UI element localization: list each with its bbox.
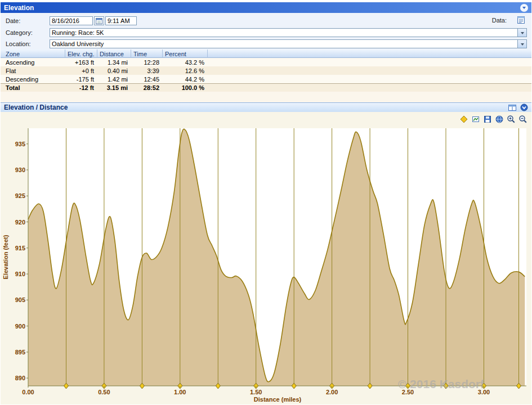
marker-diamond-icon[interactable] [459, 114, 469, 124]
svg-text:© 2016 Kasdorf: © 2016 Kasdorf [398, 377, 485, 390]
panel-collapse-icon[interactable] [520, 4, 528, 12]
data-notes-icon[interactable] [517, 16, 526, 25]
svg-text:905: 905 [15, 296, 25, 303]
cell-distance: 1.34 mi [97, 59, 131, 66]
column-header-zone[interactable]: Zone [1, 50, 65, 58]
activity-form: Date: Data: Category: Running: Race: 5K [1, 13, 531, 50]
panel-header: Elevation [1, 2, 531, 13]
category-select[interactable]: Running: Race: 5K [50, 28, 527, 37]
data-label: Data: [492, 17, 507, 24]
svg-text:930: 930 [15, 166, 25, 173]
cell-time: 12:28 [131, 59, 163, 66]
svg-text:920: 920 [15, 219, 25, 226]
column-header-elev-chg[interactable]: Elev. chg. [65, 50, 97, 58]
cell-elev-chg: -12 ft [65, 84, 97, 91]
location-dropdown-arrow-icon[interactable] [517, 40, 526, 48]
cell-time: 3:39 [131, 68, 163, 74]
cell-distance: 1.42 mi [97, 76, 131, 83]
column-header-percent[interactable]: Percent [163, 50, 208, 58]
zones-table-header: Zone Elev. chg. Distance Time Percent [1, 50, 531, 58]
elevation-panel: Elevation Date: Data: Category: [0, 0, 532, 405]
svg-text:925: 925 [15, 192, 25, 199]
cell-zone: Ascending [1, 59, 65, 66]
category-dropdown-arrow-icon[interactable] [517, 29, 526, 37]
cell-percent: 44.2 % [163, 76, 208, 83]
elevation-chart[interactable]: 8908959009059109159209259309350.000.501.… [1, 112, 531, 404]
panel-title: Elevation [4, 4, 520, 12]
svg-text:0.00: 0.00 [22, 389, 34, 395]
cell-zone: Total [1, 84, 65, 91]
svg-text:1.00: 1.00 [174, 389, 186, 395]
cell-elev-chg: -175 ft [65, 76, 97, 83]
svg-text:895: 895 [15, 349, 25, 356]
location-label: Location: [6, 40, 31, 48]
save-icon[interactable] [482, 114, 493, 124]
cell-elev-chg: +163 ft [65, 59, 97, 66]
svg-text:Distance (miles): Distance (miles) [254, 396, 302, 403]
svg-text:915: 915 [15, 245, 25, 251]
svg-text:900: 900 [15, 323, 25, 330]
date-label: Date: [6, 17, 20, 25]
date-input[interactable] [50, 16, 93, 25]
svg-text:910: 910 [15, 271, 25, 277]
svg-text:2.00: 2.00 [326, 389, 338, 395]
zoom-in-icon[interactable] [506, 114, 516, 124]
zones-table: Zone Elev. chg. Distance Time Percent As… [1, 50, 531, 102]
svg-text:1.50: 1.50 [250, 389, 262, 395]
chart-settings-icon[interactable] [471, 114, 481, 124]
calendar-icon [96, 17, 102, 24]
globe-icon[interactable] [494, 114, 504, 124]
category-label: Category: [6, 29, 33, 37]
table-row-descending: Descending -175 ft 1.42 mi 12:45 44.2 % [1, 75, 531, 83]
chart-section-header: Elevation / Distance [1, 102, 531, 112]
time-input[interactable] [105, 16, 137, 25]
column-header-filler [208, 50, 531, 58]
chart-section-title: Elevation / Distance [4, 104, 504, 111]
svg-text:935: 935 [15, 141, 25, 147]
chart-collapse-icon[interactable] [520, 104, 528, 112]
svg-text:0.50: 0.50 [98, 389, 110, 395]
column-header-time[interactable]: Time [131, 50, 163, 58]
cell-elev-chg: +0 ft [65, 68, 97, 74]
table-row-total: Total -12 ft 3.15 mi 28:52 100.0 % [1, 83, 531, 92]
cell-zone: Descending [1, 76, 65, 83]
window-layout-icon[interactable] [508, 104, 516, 112]
svg-text:890: 890 [15, 375, 25, 381]
svg-text:Elevation (feet): Elevation (feet) [2, 235, 9, 279]
calendar-button[interactable] [94, 16, 104, 25]
chart-area: 8908959009059109159209259309350.000.501.… [1, 112, 531, 404]
location-value: Oakland University [50, 40, 517, 47]
table-row-flat: Flat +0 ft 0.40 mi 3:39 12.6 % [1, 66, 531, 75]
cell-time: 12:45 [131, 76, 163, 83]
cell-distance: 3.15 mi [97, 84, 131, 91]
cell-time: 28:52 [131, 84, 163, 91]
cell-percent: 12.6 % [163, 68, 208, 74]
zoom-out-icon[interactable] [518, 114, 528, 124]
table-row-ascending: Ascending +163 ft 1.34 mi 12:28 43.2 % [1, 58, 531, 66]
chart-toolbar [459, 114, 528, 124]
cell-percent: 43.2 % [163, 59, 208, 66]
cell-percent: 100.0 % [163, 84, 208, 91]
cell-zone: Flat [1, 68, 65, 74]
column-header-distance[interactable]: Distance [97, 50, 131, 58]
cell-distance: 0.40 mi [97, 68, 131, 74]
location-select[interactable]: Oakland University [50, 39, 527, 48]
category-value: Running: Race: 5K [50, 29, 517, 36]
chevron-down-icon [522, 7, 526, 11]
